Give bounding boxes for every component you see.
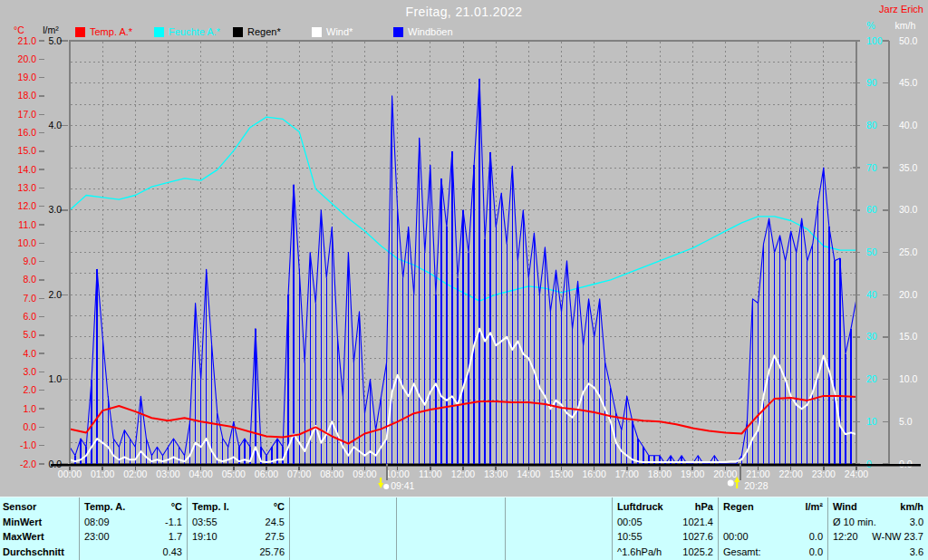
col-unit: °C	[171, 501, 182, 512]
max-value: 1.7	[169, 531, 182, 542]
marker-time-label: 20:28	[744, 480, 768, 491]
svg-text:30.0: 30.0	[899, 204, 918, 215]
avg-value: 3.6	[910, 546, 923, 557]
svg-text:-2.0: -2.0	[20, 459, 36, 469]
legend-label: Feuchte A.*	[169, 26, 220, 37]
svg-text:05:00: 05:00	[222, 468, 246, 479]
svg-text:23:00: 23:00	[812, 468, 836, 479]
svg-text:18.0: 18.0	[18, 90, 37, 101]
max-value: 1027.6	[682, 531, 713, 542]
max-time: 10:55	[617, 531, 643, 542]
svg-text:03:00: 03:00	[156, 468, 179, 479]
total-label: Gesamt:	[723, 546, 761, 557]
col-unit: hPa	[695, 501, 713, 512]
svg-text:40: 40	[866, 289, 877, 300]
avg-value: 1025.2	[682, 546, 713, 557]
svg-text:10: 10	[866, 416, 877, 427]
legend-item-0: Temp. A.*	[75, 26, 154, 37]
svg-text:16.0: 16.0	[18, 127, 37, 138]
svg-text:3.0: 3.0	[48, 204, 62, 215]
x-axis-labels: 00:0001:0002:0003:0004:0005:0006:0007:00…	[58, 467, 868, 480]
svg-text:07:00: 07:00	[287, 468, 311, 479]
min-value: -1.1	[165, 517, 182, 527]
svg-text:20.0: 20.0	[18, 53, 37, 64]
svg-text:14.0: 14.0	[18, 164, 37, 175]
svg-text:09:00: 09:00	[353, 468, 376, 479]
legend-swatch-icon	[393, 27, 403, 37]
moon-icon	[383, 484, 389, 489]
svg-text:50.0: 50.0	[899, 35, 918, 46]
axis-unit-temp: °C	[14, 24, 24, 35]
svg-text:18:00: 18:00	[648, 468, 672, 479]
axis-temp: °C21.020.019.018.017.016.015.014.013.012…	[14, 24, 44, 469]
chart-legend: Temp. A.*Feuchte A.*Regen*Wind*Windböen	[75, 26, 472, 37]
min-time: 08:09	[84, 517, 110, 527]
legend-item-2: Regen*	[233, 26, 312, 37]
svg-text:80: 80	[866, 120, 877, 130]
svg-text:17.0: 17.0	[18, 109, 37, 120]
legend-swatch-icon	[233, 27, 243, 37]
svg-text:0.0: 0.0	[899, 459, 913, 469]
col-name: Regen	[723, 501, 754, 512]
axis-unit-rain: l/m²	[43, 24, 59, 35]
svg-text:12:00: 12:00	[451, 468, 475, 479]
svg-text:45.0: 45.0	[899, 77, 918, 88]
legend-swatch-icon	[75, 27, 85, 37]
svg-text:7.0: 7.0	[23, 293, 36, 304]
table-column-wind: Windkm/h Ø 10 min.3.0 12:20W-NW 23.7 3.6	[828, 497, 928, 560]
max-value: 27.5	[266, 531, 285, 542]
min-value: 24.5	[266, 517, 285, 527]
svg-text:10.0: 10.0	[899, 373, 918, 384]
avg-value: 25.76	[259, 546, 285, 557]
svg-text:100: 100	[866, 35, 883, 46]
row-label-minwert: MinWert	[0, 515, 79, 530]
svg-text:21:00: 21:00	[746, 468, 769, 479]
svg-text:50: 50	[866, 246, 877, 257]
avg10-value: 3.0	[910, 517, 923, 527]
col-name: Temp. I.	[192, 501, 229, 512]
svg-text:10:00: 10:00	[386, 468, 410, 479]
legend-label: Temp. A.*	[90, 26, 132, 37]
svg-text:11.0: 11.0	[18, 219, 36, 230]
svg-text:60: 60	[866, 204, 877, 215]
col-unit: °C	[274, 501, 285, 512]
svg-text:08:00: 08:00	[320, 468, 343, 479]
svg-text:15.0: 15.0	[18, 145, 37, 156]
max-time: 19:10	[192, 531, 218, 542]
max-value: 0.0	[809, 531, 823, 542]
table-column-regen: Regenl/m² 00:000.0 Gesamt:0.0	[719, 497, 828, 560]
table-column-temp-a: Temp. A.°C 08:09-1.1 23:001.7 0.43	[80, 497, 188, 560]
svg-text:14:00: 14:00	[517, 468, 540, 479]
legend-item-1: Feuchte A.*	[154, 26, 233, 37]
legend-swatch-icon	[312, 27, 322, 37]
legend-label: Regen*	[247, 26, 281, 37]
col-unit: km/h	[900, 501, 923, 512]
col-name: Luftdruck	[617, 501, 663, 512]
svg-text:-1.0: -1.0	[20, 439, 36, 450]
table-column-empty-2	[397, 497, 506, 560]
svg-text:00:00: 00:00	[58, 468, 82, 479]
row-label-durchschnitt: Durchschnitt	[0, 545, 79, 560]
min-time: 00:05	[617, 517, 643, 527]
svg-text:17:00: 17:00	[615, 468, 639, 479]
axis-unit-hum: %	[866, 20, 875, 31]
avg10-label: Ø 10 min.	[833, 517, 876, 527]
svg-text:5.0: 5.0	[48, 35, 62, 46]
col-name: Wind	[833, 501, 857, 512]
svg-text:13:00: 13:00	[484, 468, 508, 479]
max-dir: W-NW	[872, 531, 901, 542]
svg-text:0.0: 0.0	[23, 421, 36, 432]
svg-text:1.0: 1.0	[48, 373, 62, 384]
svg-text:0.0: 0.0	[48, 459, 62, 469]
legend-item-3: Wind*	[312, 26, 393, 37]
svg-text:13.0: 13.0	[18, 182, 37, 193]
svg-text:8.0: 8.0	[23, 274, 36, 285]
table-column-empty-1	[290, 497, 397, 560]
svg-text:22:00: 22:00	[779, 468, 803, 479]
col-name: Temp. A.	[84, 501, 125, 512]
weather-chart: °C21.020.019.018.017.016.015.014.013.012…	[0, 0, 928, 497]
max-time: 00:00	[723, 531, 749, 542]
svg-text:90: 90	[866, 77, 877, 88]
legend-item-4: Windböen	[393, 26, 472, 37]
svg-text:06:00: 06:00	[255, 468, 278, 479]
